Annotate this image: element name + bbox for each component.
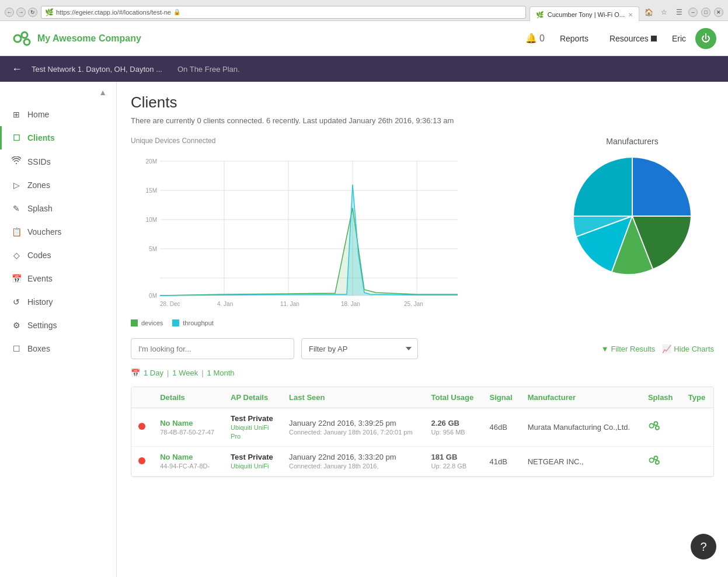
svg-text:4. Jan: 4. Jan: [217, 301, 233, 307]
row-type-cell: [681, 408, 713, 447]
status-dot-offline: [138, 457, 145, 464]
client-name[interactable]: No Name: [160, 419, 217, 427]
events-icon: 📅: [11, 274, 22, 283]
sidebar-label-clients: Clients: [27, 133, 55, 142]
filter-results-button[interactable]: ▼ Filter Results: [601, 345, 656, 353]
col-signal: Signal: [483, 387, 521, 408]
ap-variant: Pro: [231, 433, 241, 440]
signal-value: 46dB: [490, 423, 507, 432]
tab-label: Cucumber Tony | Wi-Fi O...: [548, 11, 625, 18]
sidebar-item-splash[interactable]: ✎ Splash: [0, 197, 116, 220]
sidebar-item-codes[interactable]: ◇ Codes: [0, 244, 116, 267]
sidebar-item-clients[interactable]: ☐ Clients: [0, 126, 116, 150]
status-dot-offline: [138, 423, 145, 430]
search-input[interactable]: [131, 338, 294, 359]
codes-icon: ◇: [11, 251, 22, 260]
client-mac: 78-4B-87-50-27-47: [160, 429, 214, 436]
last-seen-date: January 22nd 2016, 3:39:25 pm: [289, 419, 396, 427]
user-avatar[interactable]: ⏻: [695, 28, 716, 49]
time-sep-2: |: [201, 369, 203, 377]
row-last-seen-cell: January 22nd 2016, 3:39:25 pm Connected:…: [282, 408, 424, 447]
svg-text:20M: 20M: [146, 158, 157, 165]
sidebar-item-ssids[interactable]: SSIDs: [0, 150, 116, 173]
sidebar-label-zones: Zones: [27, 180, 50, 190]
clients-table-container: Details AP Details Last Seen Total Usage…: [131, 387, 714, 477]
active-tab[interactable]: 🌿 Cucumber Tony | Wi-Fi O... ✕: [530, 6, 639, 23]
line-chart-container: Unique Devices Connected: [131, 137, 539, 326]
row-manufacturer-cell: NETGEAR INC.,: [521, 447, 641, 477]
sidebar-collapse-button[interactable]: ▲: [0, 82, 116, 103]
client-name[interactable]: No Name: [160, 453, 217, 461]
notification-bell[interactable]: 🔔 0: [525, 33, 545, 44]
table-row: No Name 44-94-FC-A7-8D- Test Private Ubi…: [131, 447, 713, 477]
ap-filter-select[interactable]: Filter by AP: [301, 338, 418, 359]
hide-charts-button[interactable]: 📈 Hide Charts: [662, 345, 714, 353]
sidebar-item-boxes[interactable]: ☐ Boxes: [0, 337, 116, 360]
top-nav: My Awesome Company 🔔 0 Reports Resources…: [0, 21, 728, 56]
sidebar-label-splash: Splash: [27, 204, 53, 213]
svg-text:25. Jan: 25. Jan: [404, 301, 423, 307]
help-icon: ?: [700, 540, 706, 554]
resources-nav-link[interactable]: Resources: [604, 34, 663, 43]
sidebar-item-home[interactable]: ⊞ Home: [0, 103, 116, 126]
legend-dot-devices: [131, 319, 138, 326]
row-details-cell: No Name 78-4B-87-50-27-47: [153, 408, 224, 447]
settings-browser-icon[interactable]: ☰: [673, 6, 685, 18]
sidebar-label-home: Home: [27, 110, 49, 119]
history-icon: ↺: [11, 297, 22, 307]
row-signal-cell: 46dB: [483, 408, 521, 447]
reports-nav-link[interactable]: Reports: [554, 34, 594, 43]
usage-up: Up: 22.8 GB: [431, 463, 467, 470]
svg-point-31: [649, 423, 653, 427]
browser-chrome: ← → ↻ 🌿 https://egeier.ctapp.io/#/locati…: [0, 0, 728, 21]
sidebar-label-ssids: SSIDs: [27, 157, 51, 166]
row-ap-cell: Test Private Ubiquiti UniFi Pro: [224, 408, 282, 447]
pie-chart-container: Manufacturers: [551, 137, 714, 326]
clients-table-header: Details AP Details Last Seen Total Usage…: [131, 387, 713, 408]
sidebar-item-settings[interactable]: ⚙ Settings: [0, 314, 116, 337]
time-filter-month[interactable]: 1 Month: [207, 369, 235, 377]
breadcrumb-back-button[interactable]: ←: [12, 63, 22, 75]
col-last-seen: Last Seen: [282, 387, 424, 408]
sidebar-label-events: Events: [27, 274, 53, 283]
status-text: There are currently 0 clients connected.…: [131, 116, 714, 125]
sidebar-item-history[interactable]: ↺ History: [0, 290, 116, 314]
usage-up: Up: 956 MB: [431, 429, 465, 436]
sidebar-label-vouchers: Vouchers: [27, 227, 61, 237]
sidebar-item-zones[interactable]: ▷ Zones: [0, 173, 116, 197]
sidebar-item-vouchers[interactable]: 📋 Vouchers: [0, 220, 116, 244]
svg-text:15M: 15M: [146, 187, 157, 194]
breadcrumb-network-name: Test Network 1. Dayton, OH, Dayton ...: [32, 65, 162, 74]
time-filter-row: 📅 1 Day | 1 Week | 1 Month: [131, 369, 714, 377]
close-button[interactable]: ✕: [714, 8, 723, 17]
row-splash-cell: [641, 447, 681, 477]
minimize-button[interactable]: –: [688, 8, 698, 17]
time-filter-week[interactable]: 1 Week: [172, 369, 198, 377]
row-signal-cell: 41dB: [483, 447, 521, 477]
time-filter-day[interactable]: 1 Day: [144, 369, 163, 377]
star-icon[interactable]: ☆: [658, 6, 670, 18]
legend-label-devices: devices: [141, 319, 163, 326]
splash-icon: ✎: [11, 204, 22, 213]
sidebar-item-events[interactable]: 📅 Events: [0, 267, 116, 290]
manufacturers-chart-title: Manufacturers: [551, 137, 714, 146]
col-status: [131, 387, 153, 408]
col-details: Details: [153, 387, 224, 408]
maximize-button[interactable]: □: [701, 8, 710, 17]
back-button[interactable]: ←: [5, 8, 14, 17]
sidebar-label-settings: Settings: [27, 321, 57, 330]
legend-dot-throughput: [172, 319, 179, 326]
forward-button[interactable]: →: [16, 8, 26, 17]
home-browser-icon[interactable]: 🏠: [643, 6, 654, 18]
zones-icon: ▷: [11, 180, 22, 190]
line-chart-svg: 20M 15M 10M 5M 0M 28. Dec 4. Jan 11. Jan…: [131, 150, 469, 313]
tab-close-button[interactable]: ✕: [628, 12, 633, 18]
signal-value: 41dB: [490, 457, 507, 466]
url-text: https://egeier.ctapp.io/#/locations/test…: [56, 9, 171, 16]
refresh-button[interactable]: ↻: [28, 8, 37, 17]
row-status-cell: [131, 408, 153, 447]
splash-logo-icon: [648, 423, 661, 435]
help-button[interactable]: ?: [691, 534, 716, 559]
address-bar[interactable]: 🌿 https://egeier.ctapp.io/#/locations/te…: [41, 6, 526, 19]
page-title: Clients: [131, 93, 714, 112]
